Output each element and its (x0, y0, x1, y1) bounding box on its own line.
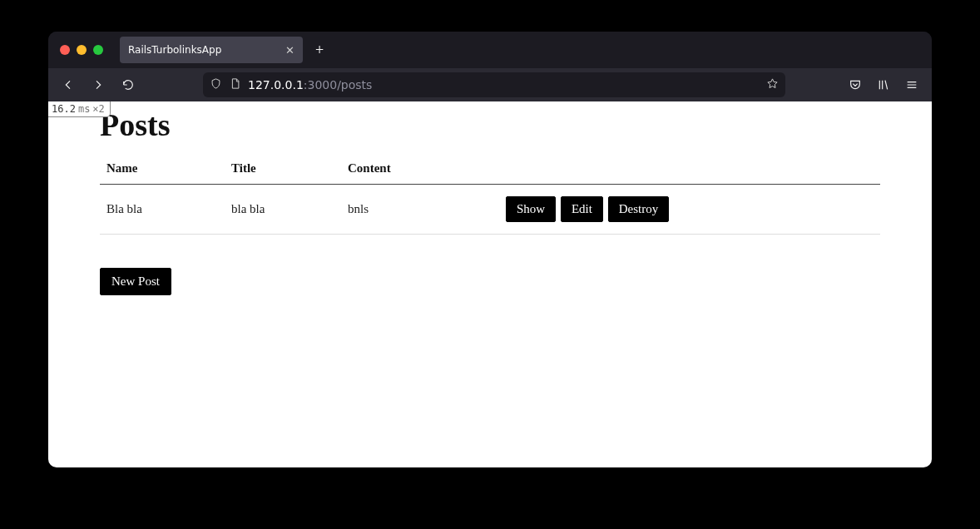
browser-toolbar: 127.0.0.1:3000/posts (48, 68, 932, 101)
traffic-lights (60, 45, 103, 55)
pocket-icon[interactable] (842, 72, 869, 98)
url-text: 127.0.0.1:3000/posts (248, 78, 760, 91)
cell-name: Bla bla (100, 185, 225, 235)
cell-content: bnls (341, 185, 499, 235)
shield-icon (210, 77, 222, 92)
page-content: 16.2ms×2 Posts Name Title Content Bla bl… (48, 101, 932, 467)
tab-title: RailsTurbolinksApp (128, 44, 221, 56)
profiler-multiplier: ×2 (92, 103, 104, 115)
url-host: 127.0.0.1 (248, 78, 304, 91)
window-close-button[interactable] (60, 45, 70, 55)
page-icon (229, 77, 241, 92)
tab-close-icon[interactable]: ✕ (285, 44, 294, 57)
toolbar-right (842, 72, 925, 98)
mini-profiler-badge[interactable]: 16.2ms×2 (48, 101, 111, 117)
tab-bar: RailsTurbolinksApp ✕ + (48, 32, 932, 68)
url-path: :3000/posts (304, 78, 373, 91)
page-title: Posts (100, 106, 880, 143)
th-actions (499, 155, 880, 185)
th-title: Title (225, 155, 341, 185)
menu-icon[interactable] (898, 72, 925, 98)
posts-table: Name Title Content Bla bla bla bla bnls … (100, 155, 880, 235)
library-icon[interactable] (870, 72, 897, 98)
show-button[interactable]: Show (506, 196, 556, 222)
window-minimize-button[interactable] (77, 45, 87, 55)
profiler-unit: ms (78, 103, 90, 115)
cell-title: bla bla (225, 185, 341, 235)
reload-button[interactable] (115, 72, 141, 98)
table-row: Bla bla bla bla bnls Show Edit Destroy (100, 185, 880, 235)
url-bar[interactable]: 127.0.0.1:3000/posts (203, 72, 785, 97)
browser-window: RailsTurbolinksApp ✕ + 127.0.0.1:3000/po… (48, 32, 932, 467)
new-post-button[interactable]: New Post (100, 268, 171, 295)
th-content: Content (341, 155, 499, 185)
cell-actions: Show Edit Destroy (499, 185, 880, 235)
forward-button[interactable] (85, 72, 111, 98)
new-tab-button[interactable]: + (308, 38, 331, 62)
destroy-button[interactable]: Destroy (608, 196, 670, 222)
profiler-ms: 16.2 (52, 103, 76, 115)
window-fullscreen-button[interactable] (93, 45, 103, 55)
th-name: Name (100, 155, 225, 185)
bookmark-star-icon[interactable] (766, 77, 779, 92)
back-button[interactable] (55, 72, 82, 98)
browser-tab[interactable]: RailsTurbolinksApp ✕ (120, 37, 303, 63)
edit-button[interactable]: Edit (561, 196, 603, 222)
